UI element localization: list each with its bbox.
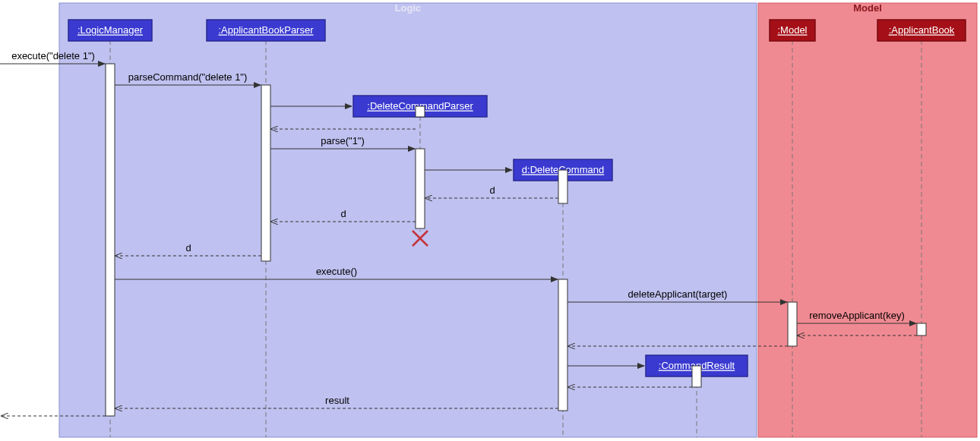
svg-text:deleteApplicant(target): deleteApplicant(target)	[628, 288, 728, 300]
activation-model	[788, 302, 797, 346]
activation-delete-command-2	[558, 279, 567, 411]
activation-logic-manager	[106, 64, 115, 416]
svg-text:execute(): execute()	[316, 266, 357, 277]
svg-text:result: result	[325, 395, 349, 406]
svg-text:d: d	[489, 184, 495, 196]
svg-text:execute("delete 1"): execute("delete 1")	[11, 50, 95, 61]
svg-text:d: d	[185, 242, 191, 254]
svg-text:removeApplicant(key): removeApplicant(key)	[809, 310, 905, 321]
svg-text::LogicManager: :LogicManager	[77, 24, 144, 36]
region-model-label: Model	[853, 2, 882, 14]
svg-text::ApplicantBook: :ApplicantBook	[889, 24, 955, 36]
region-logic-label: Logic	[395, 2, 422, 14]
activation-applicant-book-parser	[261, 85, 270, 261]
svg-text:parse("1"): parse("1")	[321, 135, 365, 146]
region-model	[758, 3, 977, 437]
svg-text:d: d	[340, 208, 346, 219]
svg-text::Model: :Model	[777, 24, 807, 36]
svg-text:parseCommand("delete 1"): parseCommand("delete 1")	[128, 71, 248, 83]
activation-delete-command-parser-1	[416, 106, 425, 117]
activation-delete-command-1	[558, 170, 567, 203]
svg-text::ApplicantBookParser: :ApplicantBookParser	[218, 24, 314, 36]
activation-delete-command-parser-2	[416, 149, 425, 228]
activation-applicant-book	[917, 323, 926, 335]
activation-command-result	[692, 366, 701, 387]
sequence-diagram: Logic Model :LogicManager :ApplicantBook…	[0, 0, 980, 441]
